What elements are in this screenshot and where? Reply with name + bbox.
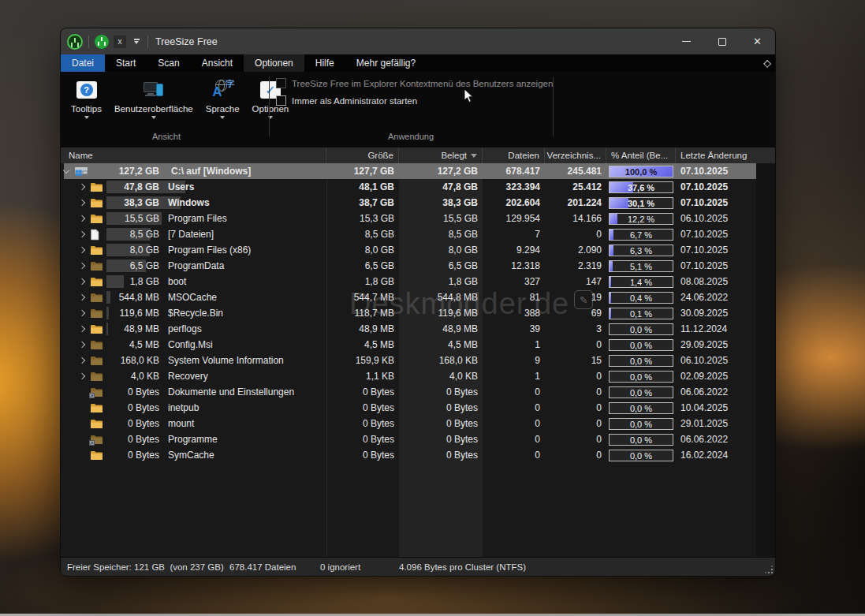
percent-bar: 0,0 % [609, 386, 673, 398]
column-header-dateien[interactable]: Dateien [483, 147, 545, 163]
cell-verzeichnisse: 14.166 [545, 213, 606, 224]
name-cell: 15,5 GBProgram Files [64, 211, 326, 226]
cell-dateien: 39 [483, 323, 545, 334]
title-bar[interactable]: x TreeSize Free ✕ [61, 28, 775, 54]
expand-chevron-icon[interactable] [79, 231, 85, 237]
expand-chevron-icon[interactable] [79, 373, 85, 379]
table-row[interactable]: 38,3 GBWindows38,7 GB38,3 GB202.604201.2… [64, 195, 756, 211]
cell-dateien: 129.954 [483, 213, 545, 224]
cell-verzeichnisse: 0 [545, 450, 606, 461]
percent-label: 0,0 % [610, 371, 673, 382]
export-excel-icon[interactable]: x [114, 35, 126, 48]
benutzeroberflaeche-label: Benutzeroberfläche [114, 104, 193, 114]
row-size-label: 168,0 KB [95, 353, 159, 368]
cell-groesse: 159,9 KB [326, 355, 399, 366]
cell-dateien: 678.417 [483, 166, 545, 177]
table-row[interactable]: 0 BytesSymCache0 Bytes0 Bytes000,0 %16.0… [64, 447, 756, 463]
cell-groesse: 544,7 MB [326, 292, 399, 303]
table-row[interactable]: 0 Bytesinetpub0 Bytes0 Bytes000,0 %10.04… [64, 400, 756, 416]
expand-chevron-icon[interactable] [79, 278, 85, 285]
percent-label: 30,1 % [610, 198, 673, 208]
table-row[interactable]: 6,5 GBProgramData6,5 GB6,5 GB12.3182.319… [64, 258, 756, 274]
expand-chevron-icon[interactable] [79, 184, 85, 190]
table-row[interactable]: 8,5 GB[7 Dateien]8,5 GB8,5 GB706,7 %07.1… [64, 226, 756, 242]
percent-bar: 30,1 % [609, 197, 673, 209]
expand-chevron-icon[interactable] [79, 215, 85, 222]
percent-label: 0,0 % [610, 403, 673, 413]
table-row[interactable]: 544,8 MBMSOCache544,7 MB544,8 MB81190,4 … [64, 289, 756, 305]
tab-hilfe[interactable]: Hilfe [304, 54, 345, 72]
table-row[interactable]: 1,8 GBboot1,8 GB1,8 GB3271471,4 %08.08.2… [64, 274, 756, 289]
table-row[interactable]: 8,0 GBProgram Files (x86)8,0 GB8,0 GB9.2… [64, 242, 756, 258]
column-header-letzte-aenderung[interactable]: Letzte Änderung [676, 147, 756, 163]
column-header-anteil[interactable]: % Anteil (Be... [606, 147, 676, 163]
expand-chevron-icon[interactable] [79, 326, 85, 332]
checkbox-icon[interactable] [276, 95, 286, 106]
cell-verzeichnisse: 0 [545, 402, 606, 413]
resize-grip[interactable] [765, 566, 773, 573]
cell-letzte-aenderung: 11.12.2024 [676, 323, 756, 334]
column-header-groesse[interactable]: Größe [326, 147, 399, 163]
row-name-label: Users [168, 179, 194, 195]
dropdown-arrow-icon [151, 116, 156, 119]
row-size-label: 4,5 MB [95, 337, 159, 353]
table-row[interactable]: 0 BytesProgramme0 Bytes0 Bytes000,0 %06.… [64, 431, 756, 447]
cell-dateien: 1 [483, 339, 545, 350]
expand-chevron-icon[interactable] [79, 247, 85, 253]
table-row[interactable]: 168,0 KBSystem Volume Information159,9 K… [64, 353, 756, 368]
cell-groesse: 48,9 MB [326, 323, 399, 334]
ribbon: ? Tooltips Benutzeroberfläche 字A Sprache [61, 72, 775, 147]
table-row[interactable]: 0 Bytesmount0 Bytes0 Bytes000,0 %29.01.2… [64, 416, 756, 431]
table-row[interactable]: 4,0 KBRecovery1,1 KB4,0 KB100,0 %02.09.2… [64, 368, 756, 384]
tab-optionen[interactable]: Optionen [244, 54, 304, 72]
expand-chevron-icon[interactable] [79, 357, 85, 364]
checkbox-administrator-starten[interactable]: Immer als Administrator starten [276, 95, 553, 106]
name-cell: 168,0 KBSystem Volume Information [64, 353, 326, 368]
expand-chevron-icon[interactable] [79, 263, 85, 269]
column-header-name[interactable]: Name [64, 147, 326, 163]
cell-verzeichnisse: 2.319 [545, 260, 606, 271]
table-row[interactable]: 0 BytesDokumente und Einstellungen0 Byte… [64, 384, 756, 400]
checkbox-explorer-kontextmenu[interactable]: TreeSize Free im Explorer Kontextmenü de… [276, 78, 553, 88]
tab-scan[interactable]: Scan [147, 54, 190, 72]
name-cell: 47,8 GBUsers [64, 179, 326, 195]
expand-chevron-icon[interactable] [79, 294, 85, 301]
minimize-button[interactable] [669, 28, 704, 54]
expand-chevron-icon[interactable] [79, 310, 85, 316]
quick-access-customize-icon[interactable] [131, 36, 142, 47]
table-row[interactable]: 4,5 MBConfig.Msi4,5 MB4,5 MB100,0 %29.09… [64, 337, 756, 353]
table-row[interactable]: 127,2 GBC:\ auf [Windows]127,7 GB127,2 G… [64, 163, 756, 179]
tooltips-button[interactable]: ? Tooltips [67, 77, 106, 121]
table-row[interactable]: 47,8 GBUsers48,1 GB47,8 GB323.39425.4123… [64, 179, 756, 195]
tab-start[interactable]: Start [105, 54, 147, 72]
row-name-label: System Volume Information [168, 353, 284, 368]
tab-mehr-gefaellig[interactable]: Mehr gefällig? [345, 54, 427, 72]
maximize-button[interactable] [704, 28, 740, 54]
row-name-label: Windows [168, 195, 210, 211]
percent-bar: 0,0 % [609, 371, 673, 383]
percent-bar: 0,0 % [609, 434, 673, 446]
expand-chevron-icon[interactable] [79, 342, 85, 348]
expand-chevron-icon[interactable] [79, 200, 85, 206]
benutzeroberflaeche-button[interactable]: Benutzeroberfläche [110, 77, 197, 121]
table-row[interactable]: 15,5 GBProgram Files15,3 GB15,5 GB129.95… [64, 211, 756, 226]
column-header-verzeichnisse[interactable]: Verzeichnis... [545, 147, 606, 163]
row-size-label: 6,5 GB [95, 258, 159, 274]
checkbox-icon[interactable] [276, 78, 286, 88]
percent-label: 0,0 % [610, 324, 673, 334]
cell-dateien: 0 [483, 386, 545, 398]
column-header-belegt[interactable]: Belegt [399, 147, 483, 163]
table-row[interactable]: 48,9 MBperflogs48,9 MB48,9 MB3930,0 %11.… [64, 321, 756, 337]
table-row[interactable]: 119,6 MB$Recycle.Bin118,7 MB119,6 MB3886… [64, 305, 756, 321]
quick-access-app-icon[interactable] [95, 35, 109, 49]
collapse-chevron-icon[interactable] [63, 167, 69, 174]
percent-bar: 37,6 % [609, 181, 673, 193]
percent-label: 12,2 % [610, 214, 673, 224]
tab-ansicht[interactable]: Ansicht [191, 54, 244, 72]
sprache-button[interactable]: 字A Sprache [202, 77, 244, 121]
close-button[interactable]: ✕ [740, 28, 775, 54]
percent-bar: 0,0 % [609, 418, 673, 430]
window-title: TreeSize Free [155, 36, 218, 47]
tab-datei[interactable]: Datei [61, 54, 105, 72]
tree-rows: 127,2 GBC:\ auf [Windows]127,7 GB127,2 G… [61, 163, 775, 557]
